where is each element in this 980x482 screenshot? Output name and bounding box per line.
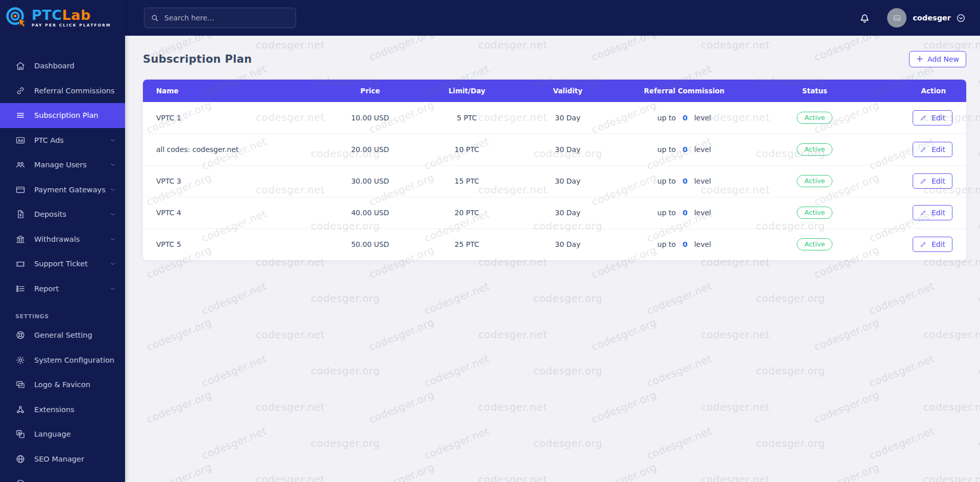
svg-text:$: $ bbox=[19, 213, 22, 218]
nodes-icon bbox=[15, 404, 26, 415]
sidebar-item-label: PTC Ads bbox=[34, 136, 64, 144]
table-row: VPTC 110.00 USD5 PTC30 Dayup to0levelAct… bbox=[143, 102, 966, 134]
link-icon bbox=[15, 86, 26, 96]
referral-prefix: up to bbox=[657, 177, 676, 185]
chevron-down-icon bbox=[110, 286, 116, 292]
cell-action: Edit bbox=[882, 229, 966, 260]
ad-icon: Ad bbox=[15, 135, 26, 145]
sidebar: PTCLab PAY PER CLICK PLATFORM DashboardR… bbox=[0, 0, 125, 482]
brand-name: PTCLab bbox=[32, 8, 111, 22]
brand-tagline: PAY PER CLICK PLATFORM bbox=[32, 23, 111, 28]
sidebar-item-referral-commissions[interactable]: Referral Commissions bbox=[0, 79, 125, 104]
referral-level-link[interactable]: 0 bbox=[682, 209, 688, 217]
edit-button-label: Edit bbox=[932, 240, 945, 248]
sidebar-item-label: Subscription Plan bbox=[34, 111, 99, 119]
sidebar-item-partial[interactable] bbox=[0, 471, 125, 482]
referral-prefix: up to bbox=[657, 240, 676, 248]
sidebar-item-subscription-plan[interactable]: Subscription Plan bbox=[0, 103, 125, 128]
column-header-name: Name bbox=[143, 80, 321, 102]
sidebar-item-payment-gateways[interactable]: Payment Gateways bbox=[0, 177, 125, 202]
user-avatar[interactable] bbox=[887, 8, 906, 28]
referral-suffix: level bbox=[694, 209, 711, 217]
cell-limit: 20 PTC bbox=[420, 197, 514, 229]
home-icon bbox=[15, 61, 26, 71]
file-dollar-icon: $ bbox=[15, 209, 26, 219]
ticket-icon bbox=[15, 259, 26, 269]
sidebar-item-language[interactable]: ALanguage bbox=[0, 422, 125, 447]
sidebar-item-label: Manage Users bbox=[34, 161, 87, 169]
sidebar-item-extensions[interactable]: Extensions bbox=[0, 397, 125, 422]
sidebar-item-label: Payment Gateways bbox=[34, 186, 106, 194]
cell-referral-commission: up to0level bbox=[621, 165, 747, 197]
referral-level-link[interactable]: 0 bbox=[682, 240, 688, 248]
edit-button[interactable]: Edit bbox=[913, 205, 952, 220]
column-header-price: Price bbox=[321, 80, 420, 102]
column-header-action: Action bbox=[882, 80, 966, 102]
brand-logo[interactable]: PTCLab PAY PER CLICK PLATFORM bbox=[0, 0, 125, 36]
chevron-down-icon bbox=[110, 137, 116, 143]
edit-button[interactable]: Edit bbox=[913, 237, 952, 252]
referral-level-link[interactable]: 0 bbox=[682, 114, 688, 122]
cell-referral-commission: up to0level bbox=[621, 102, 747, 134]
user-menu-chevron-icon[interactable] bbox=[956, 13, 966, 23]
cell-name: all codes: codesger.net bbox=[143, 134, 321, 165]
card-icon bbox=[15, 185, 26, 195]
image-icon bbox=[15, 379, 26, 390]
column-header-validity: Validity bbox=[514, 80, 621, 102]
chevron-down-icon bbox=[110, 211, 116, 217]
cell-limit: 25 PTC bbox=[420, 229, 514, 260]
cell-price: 50.00 USD bbox=[321, 229, 420, 260]
table-row: VPTC 550.00 USD25 PTC30 Dayup to0levelAc… bbox=[143, 229, 966, 260]
sidebar-item-deposits[interactable]: $Deposits bbox=[0, 202, 125, 227]
sidebar-item-general-setting[interactable]: General Setting bbox=[0, 323, 125, 348]
cell-validity: 30 Day bbox=[514, 134, 621, 165]
status-badge: Active bbox=[797, 112, 832, 124]
sidebar-item-label: Logo & Favicon bbox=[34, 380, 90, 389]
username[interactable]: codesger bbox=[913, 14, 951, 22]
sidebar-item-withdrawals[interactable]: Withdrawals bbox=[0, 227, 125, 252]
plus-icon: + bbox=[916, 55, 923, 63]
sidebar-item-seo-manager[interactable]: SEO Manager bbox=[0, 447, 125, 472]
sidebar-item-logo-favicon[interactable]: Logo & Favicon bbox=[0, 372, 125, 397]
column-header-limit-day: Limit/Day bbox=[420, 80, 514, 102]
referral-level-link[interactable]: 0 bbox=[682, 177, 688, 185]
referral-prefix: up to bbox=[657, 114, 676, 122]
sidebar-item-system-configuration[interactable]: System Configuration bbox=[0, 348, 125, 373]
edit-button[interactable]: Edit bbox=[913, 173, 952, 189]
referral-prefix: up to bbox=[657, 145, 676, 154]
cell-status: Active bbox=[747, 134, 883, 165]
bank-icon bbox=[15, 234, 26, 244]
gear-icon bbox=[15, 355, 26, 365]
sidebar-item-report[interactable]: Report bbox=[0, 276, 125, 301]
topbar: codesger bbox=[125, 0, 980, 36]
referral-level-link[interactable]: 0 bbox=[682, 145, 688, 154]
sidebar-item-support-ticket[interactable]: Support Ticket bbox=[0, 251, 125, 276]
pencil-icon bbox=[920, 241, 927, 248]
search-icon bbox=[151, 14, 159, 22]
photo-placeholder-icon bbox=[893, 14, 901, 22]
sidebar-item-ptc-ads[interactable]: AdPTC Ads bbox=[0, 128, 125, 153]
report-icon bbox=[15, 284, 26, 294]
search-input[interactable] bbox=[164, 14, 289, 22]
app-window: PTCLab PAY PER CLICK PLATFORM DashboardR… bbox=[0, 0, 980, 482]
brand-target-cursor-icon bbox=[5, 6, 29, 30]
search-box[interactable] bbox=[144, 8, 296, 28]
cell-status: Active bbox=[747, 102, 883, 134]
cell-price: 30.00 USD bbox=[321, 165, 420, 197]
status-badge: Active bbox=[797, 143, 832, 156]
add-new-button[interactable]: + Add New bbox=[909, 51, 966, 67]
notifications-bell-icon[interactable] bbox=[859, 12, 871, 24]
sidebar-main-menu: DashboardReferral CommissionsSubscriptio… bbox=[0, 54, 125, 301]
edit-button-label: Edit bbox=[932, 209, 945, 217]
subscription-plan-table: NamePriceLimit/DayValidityReferral Commi… bbox=[143, 80, 966, 260]
cell-price: 20.00 USD bbox=[321, 134, 420, 165]
sidebar-item-manage-users[interactable]: Manage Users bbox=[0, 153, 125, 177]
edit-button-label: Edit bbox=[932, 177, 945, 185]
cell-validity: 30 Day bbox=[514, 102, 621, 134]
cell-name: VPTC 5 bbox=[143, 229, 321, 260]
cell-status: Active bbox=[747, 165, 883, 197]
edit-button[interactable]: Edit bbox=[913, 142, 952, 157]
sidebar-item-dashboard[interactable]: Dashboard bbox=[0, 54, 125, 79]
edit-button[interactable]: Edit bbox=[913, 110, 952, 125]
cell-action: Edit bbox=[882, 165, 966, 197]
